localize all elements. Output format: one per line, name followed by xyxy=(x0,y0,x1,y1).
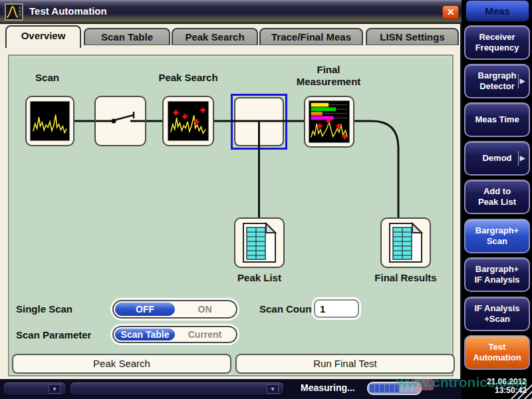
scan-trace-icon xyxy=(30,101,70,141)
meas-menu-header[interactable]: Meas xyxy=(466,0,529,22)
softkey-receiver-frequency[interactable]: Receiver Frequency xyxy=(464,25,530,60)
dropdown-arrow-icon[interactable]: ▾ xyxy=(267,384,279,394)
softkey-bargraph-if-analysis[interactable]: Bargraph+ IF Analysis xyxy=(464,257,530,292)
single-scan-on-option[interactable]: ON xyxy=(175,303,235,316)
progress-segment xyxy=(390,384,394,392)
main-panel: Overview Scan Table Peak Search Trace/Fi… xyxy=(0,24,462,379)
final-measurement-trace-icon xyxy=(309,100,350,143)
tab-lisn-settings[interactable]: LISN Settings xyxy=(366,28,459,45)
progress-segment xyxy=(370,384,374,392)
submenu-arrow-icon: ▶ xyxy=(518,151,526,166)
single-scan-label: Single Scan xyxy=(16,303,72,315)
softkey-bargraph-detector[interactable]: Bargraph Detector ▶ xyxy=(464,64,530,98)
progress-segment xyxy=(385,384,390,392)
peak-list-stage-icon[interactable] xyxy=(234,217,285,268)
scan-parameter-scan-table-option[interactable]: Scan Table xyxy=(115,329,175,340)
scan-count-input[interactable] xyxy=(314,299,359,318)
peak-search-stage-icon[interactable] xyxy=(162,96,214,146)
tab-scan-table[interactable]: Scan Table xyxy=(84,28,170,45)
spectrum-app-icon xyxy=(5,3,23,21)
scan-count-label: Scan Count xyxy=(259,303,315,315)
progress-segment xyxy=(375,384,380,392)
dropdown-arrow-icon[interactable]: ▾ xyxy=(49,384,61,394)
tab-overview[interactable]: Overview xyxy=(5,25,81,48)
scan-stage-icon[interactable] xyxy=(25,96,74,146)
final-measurement-stage-icon[interactable] xyxy=(304,96,354,148)
peak-search-label: Peak Search xyxy=(148,72,228,83)
final-results-stage-icon[interactable] xyxy=(380,217,431,268)
single-scan-toggle: OFF ON xyxy=(112,300,237,319)
softkey-test-automation[interactable]: Test Automation xyxy=(464,335,530,370)
scan-parameter-toggle: Scan Table Current xyxy=(112,326,237,343)
single-scan-off-option[interactable]: OFF xyxy=(115,303,175,316)
title-bar: Test Automation ✕ xyxy=(0,0,462,24)
final-results-label: Final Results xyxy=(366,272,446,283)
scan-parameter-label: Scan Parameter xyxy=(16,329,91,340)
softkey-demod[interactable]: Demod ▶ xyxy=(464,141,530,176)
status-dropdown-left[interactable]: ▾ xyxy=(3,382,66,396)
run-final-test-button[interactable]: Run Final Test xyxy=(235,354,455,374)
scan-label: Scan xyxy=(21,72,74,83)
softkey-sidebar: Meas Receiver Frequency Bargraph Detecto… xyxy=(462,0,532,399)
test-automation-window: Test Automation ✕ Overview Scan Table Pe… xyxy=(0,0,532,399)
switch-stage-icon[interactable] xyxy=(94,96,146,146)
status-dropdown-main[interactable]: ▾ xyxy=(69,382,285,396)
status-text: Measuring... xyxy=(301,382,355,393)
peak-search-trace-icon xyxy=(168,101,209,141)
progress-segment xyxy=(380,384,384,392)
peak-search-button[interactable]: Peak Search xyxy=(12,354,231,374)
softkey-add-to-peak-list[interactable]: Add to Peak List xyxy=(464,180,530,214)
submenu-arrow-icon: ▶ xyxy=(518,74,526,88)
watermark-text: www.cntronics.com xyxy=(396,374,528,390)
peak-list-label: Peak List xyxy=(219,272,299,283)
close-icon[interactable]: ✕ xyxy=(442,5,459,19)
softkey-if-analysis-scan[interactable]: IF Analysis +Scan xyxy=(464,297,530,331)
switch-icon xyxy=(96,97,145,145)
final-results-document-icon xyxy=(387,222,424,263)
scan-parameter-current-option[interactable]: Current xyxy=(175,329,235,340)
window-title: Test Automation xyxy=(29,0,107,23)
tab-trace-final-meas[interactable]: Trace/Final Meas xyxy=(259,28,363,45)
softkey-bargraph-scan[interactable]: Bargraph+ Scan xyxy=(464,219,530,253)
branch-node-selected[interactable] xyxy=(231,94,287,150)
overview-diagram-area: Scan Peak Search Final Measurement Peak … xyxy=(8,55,454,376)
status-bar: ▾ ▾ Measuring... xyxy=(0,379,462,399)
softkey-meas-time[interactable]: Meas Time xyxy=(464,102,530,137)
tab-peak-search[interactable]: Peak Search xyxy=(172,28,258,45)
final-measurement-label: Final Measurement xyxy=(292,64,365,88)
peak-list-document-icon xyxy=(241,222,278,263)
